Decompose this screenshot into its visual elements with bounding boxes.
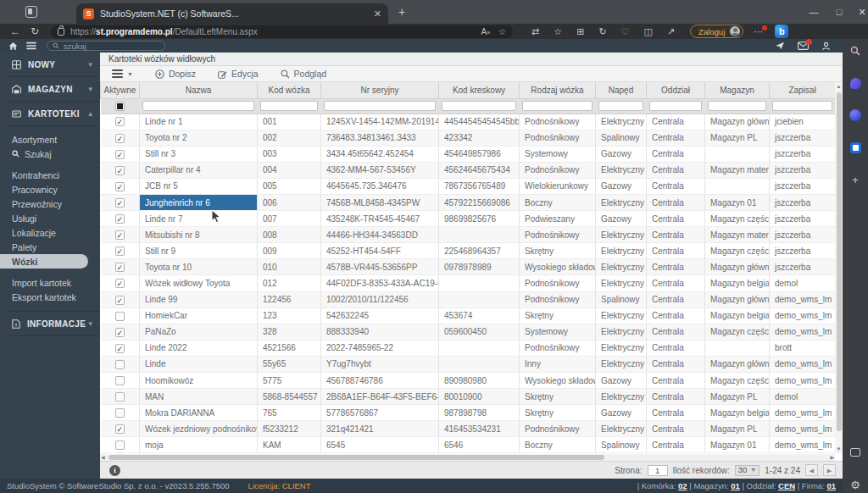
cell-code[interactable]: 5868-8544557 <box>258 389 321 405</box>
cell-type[interactable]: Boczny <box>520 194 596 210</box>
cell-branch[interactable]: Centrala <box>647 259 705 275</box>
row-checkbox[interactable]: ✓ <box>115 117 125 126</box>
cell-warehouse[interactable] <box>705 178 770 194</box>
cell-serial[interactable]: 888333940 <box>321 324 439 340</box>
cell-type[interactable]: Wysokiego składowania <box>520 259 596 275</box>
collections-icon[interactable]: ⊞ <box>576 24 584 39</box>
cell-barcode[interactable]: 45792215669086 <box>439 194 520 210</box>
cell-name[interactable]: Wózek widłowy Toyota <box>140 275 258 291</box>
cell-warehouse[interactable] <box>705 146 770 162</box>
row-checkbox[interactable]: ✓ <box>115 328 125 337</box>
table-row[interactable]: HomiekCar123542632245453674SkrętnyElektr… <box>101 307 836 324</box>
cell-branch[interactable]: Centrala <box>647 275 705 291</box>
row-checkbox[interactable]: ✓ <box>115 134 125 143</box>
filter-input-oddzial[interactable] <box>649 101 702 111</box>
cell-branch[interactable]: Centrala <box>647 373 705 389</box>
cell-branch[interactable]: Centrala <box>647 421 705 437</box>
preview-button[interactable]: Podgląd <box>281 69 327 79</box>
cell-drive[interactable]: Elektryczny <box>596 243 647 259</box>
cell-warehouse[interactable]: Magazyn belgia <box>705 275 770 291</box>
table-row[interactable]: mojaKAM65456546BocznySpalinowyCentralaMa… <box>101 437 836 453</box>
cell-saved_by[interactable]: jszczerba <box>770 130 836 146</box>
table-row[interactable]: MAN5868-85445572B68A1EF-B64F-43F5-BEF6-A… <box>101 389 836 405</box>
filter-input-nazwa[interactable] <box>142 101 254 111</box>
prev-page-button[interactable]: ◀ <box>805 464 818 476</box>
cell-warehouse[interactable]: Magazyn materiałó... <box>705 162 770 178</box>
favorite-star-icon[interactable]: ☆ <box>498 27 506 36</box>
cell-name[interactable]: Still nr 9 <box>140 243 258 259</box>
page-number-input[interactable] <box>648 465 668 476</box>
cell-name[interactable]: Hoomikowóz <box>140 373 258 389</box>
cell-name[interactable]: Linde nr 7 <box>140 211 258 227</box>
table-row[interactable]: ✓Linde 991224561002/2010/11/122456Podnoś… <box>101 291 836 307</box>
cell-type[interactable]: Podnośnikowy <box>520 227 596 243</box>
cell-branch[interactable]: Centrala <box>647 437 705 453</box>
cell-code[interactable]: 008 <box>258 227 321 243</box>
sidebar-item-szukaj[interactable]: Szukaj <box>6 147 100 161</box>
row-checkbox[interactable]: ✓ <box>115 263 125 272</box>
cell-branch[interactable]: Centrala <box>647 211 705 227</box>
back-icon[interactable]: ← <box>10 24 20 39</box>
cell-barcode[interactable] <box>439 275 520 291</box>
cell-code[interactable]: 001 <box>258 114 321 130</box>
cell-serial[interactable]: 44F02DF3-8353-433A-AC19-623566 <box>321 275 439 291</box>
cell-saved_by[interactable]: brott <box>770 340 836 356</box>
cell-branch[interactable]: Centrala <box>647 130 705 146</box>
cell-saved_by[interactable]: demo_wms_lm <box>770 373 836 389</box>
cell-serial[interactable]: 4362-MM4-567-53456Y <box>321 162 439 178</box>
bing-discover-icon[interactable] <box>849 108 862 122</box>
cell-saved_by[interactable]: jszczerba <box>770 243 836 259</box>
row-checkbox[interactable]: ✓ <box>115 246 125 256</box>
cell-code[interactable]: 004 <box>258 162 321 178</box>
cell-name[interactable]: JCB nr 5 <box>140 178 258 194</box>
filter-input-magazyn[interactable] <box>708 101 766 111</box>
cell-type[interactable]: Inny <box>520 356 596 372</box>
share-icon[interactable]: ↗ <box>667 24 675 39</box>
sidebar-item-palety[interactable]: Palety <box>6 240 100 254</box>
column-header-kod-wo-zka[interactable]: Kod wózka <box>258 82 321 98</box>
cell-saved_by[interactable]: demo_wms_lm <box>770 307 836 324</box>
table-row[interactable]: ✓Wózek jezdniowy podnośnikowy (UT...f523… <box>101 421 836 437</box>
url-bar[interactable]: https://st.programdemo.pl/DefaultLeftMen… <box>51 25 513 38</box>
cell-saved_by[interactable]: demol <box>770 389 836 405</box>
cell-serial[interactable]: 542632245 <box>321 307 439 324</box>
column-header-rodzaj-wo-zka[interactable]: Rodzaj wózka <box>520 82 596 98</box>
cell-saved_by[interactable]: jszczerba <box>770 227 836 243</box>
table-row[interactable]: ✓Linde 202245215662022-7485965-22Podnośn… <box>101 340 836 356</box>
cell-branch[interactable]: Centrala <box>647 114 705 130</box>
cell-warehouse[interactable]: Magazyn materiałó... <box>705 227 770 243</box>
cell-name[interactable]: moja <box>140 437 258 453</box>
column-header-kod-kreskowy[interactable]: Kod kreskowy <box>439 82 520 98</box>
app-search[interactable] <box>47 41 165 51</box>
cell-serial[interactable]: 7456B-ML8458-4345PW <box>321 194 439 210</box>
cell-warehouse[interactable]: Magazyn główny <box>705 114 770 130</box>
cell-branch[interactable]: Centrala <box>647 227 705 243</box>
row-checkbox[interactable]: ✓ <box>115 230 125 240</box>
cell-code[interactable]: 005 <box>258 178 321 194</box>
cell-drive[interactable]: Gazowy <box>596 211 647 227</box>
cell-serial[interactable]: 1245XV-1454-142MM-201914787744 <box>321 114 439 130</box>
cell-saved_by[interactable]: demo_wms_lm <box>770 421 836 437</box>
next-page-button[interactable]: ▶ <box>823 464 836 476</box>
cell-warehouse[interactable]: Magazyn PL <box>705 130 770 146</box>
cell-serial[interactable]: 2B68A1EF-B64F-43F5-BEF6-ABEFD3 <box>321 389 439 405</box>
cell-code[interactable]: 55y65 <box>258 356 321 372</box>
row-checkbox[interactable] <box>115 376 125 385</box>
cell-name[interactable]: MAN <box>140 389 258 405</box>
cell-type[interactable]: Podnośnikowy <box>520 275 596 291</box>
cell-branch[interactable]: Centrala <box>647 340 705 356</box>
minimize-icon[interactable]: — <box>799 0 828 24</box>
cell-serial[interactable]: 4578B-VR445-53656PP <box>321 259 439 275</box>
cell-type[interactable]: Podnośnikowy <box>520 291 596 307</box>
cell-warehouse[interactable]: Magazyn główny <box>705 356 770 372</box>
cell-name[interactable]: Still nr 3 <box>140 146 258 162</box>
cell-drive[interactable]: Gazowy <box>596 178 647 194</box>
vertical-scroll-thumb[interactable] <box>837 92 842 431</box>
split-screen-icon[interactable]: ◫ <box>643 24 652 39</box>
cell-name[interactable]: Mitsubishi nr 8 <box>140 227 258 243</box>
horizontal-scrollbar[interactable]: ◀ ▶ <box>100 454 835 461</box>
cell-saved_by[interactable]: demo_wms_lm <box>770 405 836 421</box>
cell-name[interactable]: Wózek jezdniowy podnośnikowy (UT... <box>140 421 258 437</box>
cell-code[interactable]: 002 <box>258 130 321 146</box>
cell-saved_by[interactable]: jszczerba <box>770 259 836 275</box>
